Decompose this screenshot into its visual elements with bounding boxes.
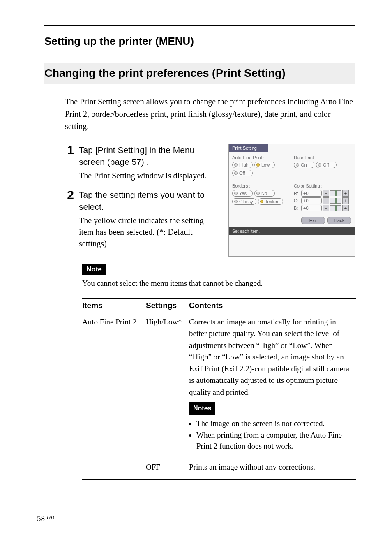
- plus-button[interactable]: +: [342, 205, 349, 211]
- table-row: Auto Fine Print 2 High/Low* Corrects an …: [82, 313, 356, 458]
- window-body: Auto Fine Print : High Low Off Date Prin…: [229, 152, 355, 215]
- window-buttons: Exit Back: [229, 215, 355, 227]
- group-borders: Borders : Yes No Glossy Texture: [232, 183, 290, 212]
- step-body: Tap the setting items you want to select…: [79, 189, 220, 249]
- r-label: R:: [294, 191, 300, 196]
- radio-selected-icon: [256, 163, 260, 167]
- afp-high-option[interactable]: High: [232, 162, 253, 168]
- g-label: G:: [294, 198, 300, 203]
- afp-off-option[interactable]: Off: [232, 170, 253, 176]
- opt-label: No: [261, 191, 267, 196]
- steps-area: 1 Tap [Print Setting] in the Menu screen…: [65, 144, 355, 257]
- note-item: The image on the screen is not corrected…: [196, 418, 353, 429]
- super-heading: Setting up the printer (MENU): [44, 35, 355, 48]
- borders-no-option[interactable]: No: [254, 190, 275, 197]
- r-value: +0: [301, 190, 322, 197]
- slider[interactable]: [330, 190, 341, 196]
- radio-icon: [234, 171, 238, 175]
- print-setting-window: Print Setting Auto Fine Print : High Low…: [228, 144, 355, 257]
- cell-setting: High/Low*: [146, 313, 189, 458]
- date-on-option[interactable]: On: [294, 162, 314, 168]
- back-button[interactable]: Back: [327, 217, 351, 224]
- page-gb-label: GB: [47, 514, 54, 520]
- color-label: Color Setting :: [294, 183, 351, 188]
- exit-button[interactable]: Exit: [301, 217, 325, 224]
- afp-label: Auto Fine Print :: [232, 155, 290, 160]
- date-options: On Off: [294, 162, 351, 168]
- top-rule: [44, 25, 355, 26]
- minus-button[interactable]: −: [323, 205, 329, 211]
- radio-icon: [296, 163, 299, 167]
- step-title: Tap the setting items you want to select…: [79, 189, 220, 213]
- step-2: 2 Tap the setting items you want to sele…: [65, 189, 220, 249]
- col-items: Items: [82, 298, 146, 313]
- date-label: Date Print :: [294, 155, 351, 160]
- note-badge: Note: [82, 264, 106, 275]
- radio-icon: [234, 192, 238, 195]
- step-number: 2: [65, 189, 74, 249]
- color-r-row: R: +0 − +: [294, 190, 351, 197]
- cell-content: Corrects an image automatically for prin…: [189, 313, 356, 458]
- opt-label: Glossy: [239, 199, 253, 204]
- slider[interactable]: [330, 198, 341, 204]
- steps-column: 1 Tap [Print Setting] in the Menu screen…: [65, 144, 220, 257]
- notes-badge: Notes: [189, 402, 215, 415]
- content-text: Corrects an image automatically for prin…: [189, 317, 349, 396]
- note-item: When printing from a computer, the Auto …: [196, 429, 353, 452]
- slider[interactable]: [330, 205, 341, 211]
- opt-label: Yes: [239, 191, 247, 196]
- section-heading: Changing the print preferences (Print Se…: [44, 63, 355, 84]
- borders-glossy-option[interactable]: Glossy: [232, 198, 256, 205]
- minus-button[interactable]: −: [323, 197, 329, 204]
- afp-options-2: Off: [232, 170, 290, 176]
- plus-button[interactable]: +: [342, 197, 349, 204]
- radio-icon: [234, 200, 238, 203]
- group-auto-fine-print: Auto Fine Print : High Low Off: [232, 155, 290, 176]
- borders-yes-option[interactable]: Yes: [232, 190, 253, 197]
- col-contents: Contents: [189, 298, 356, 313]
- row-borders-color: Borders : Yes No Glossy Texture Color Se…: [232, 183, 351, 212]
- page: Setting up the printer (MENU) Changing t…: [0, 0, 392, 556]
- date-off-option[interactable]: Off: [316, 162, 337, 168]
- intro-paragraph: The Print Setting screen allows you to c…: [65, 95, 355, 132]
- step-desc: The Print Setting window is displayed.: [79, 170, 220, 181]
- afp-low-option[interactable]: Low: [254, 162, 275, 168]
- opt-label: High: [239, 162, 249, 167]
- opt-label: Low: [261, 162, 270, 167]
- step-body: Tap [Print Setting] in the Menu screen (…: [79, 144, 220, 181]
- radio-icon: [234, 163, 238, 167]
- borders-opts-2: Glossy Texture: [232, 198, 290, 205]
- b-value: +0: [301, 205, 322, 211]
- borders-opts-1: Yes No: [232, 190, 290, 197]
- opt-label: On: [301, 162, 307, 167]
- opt-label: Off: [239, 171, 245, 176]
- page-num-value: 58: [37, 514, 45, 523]
- table-header-row: Items Settings Contents: [82, 298, 356, 313]
- step-desc: The yellow circle indicates the setting …: [79, 215, 220, 249]
- afp-options: High Low: [232, 162, 290, 168]
- status-bar: Set each item.: [229, 227, 355, 235]
- borders-texture-option[interactable]: Texture: [258, 198, 283, 205]
- radio-selected-icon: [260, 200, 263, 203]
- cell-content: Prints an image without any corrections.: [189, 458, 356, 479]
- window-title: Print Setting: [229, 144, 268, 152]
- group-color-setting: Color Setting : R: +0 − + G: +0 −: [294, 183, 351, 212]
- step-title: Tap [Print Setting] in the Menu screen (…: [79, 144, 220, 168]
- cell-item: Auto Fine Print 2: [82, 313, 146, 458]
- radio-icon: [318, 163, 321, 167]
- step-number: 1: [65, 144, 74, 181]
- divider: [232, 180, 351, 180]
- plus-button[interactable]: +: [342, 190, 349, 197]
- opt-label: Off: [323, 162, 329, 167]
- page-number: 58 GB: [37, 514, 54, 523]
- row-afp-date: Auto Fine Print : High Low Off Date Prin…: [232, 155, 351, 176]
- cell-item: [82, 458, 146, 479]
- step-1: 1 Tap [Print Setting] in the Menu screen…: [65, 144, 220, 181]
- g-value: +0: [301, 197, 322, 204]
- group-date-print: Date Print : On Off: [294, 155, 351, 176]
- color-g-row: G: +0 − +: [294, 197, 351, 204]
- minus-button[interactable]: −: [323, 190, 329, 197]
- notes-list: The image on the screen is not corrected…: [189, 418, 353, 452]
- b-label: B:: [294, 206, 300, 211]
- color-b-row: B: +0 − +: [294, 205, 351, 211]
